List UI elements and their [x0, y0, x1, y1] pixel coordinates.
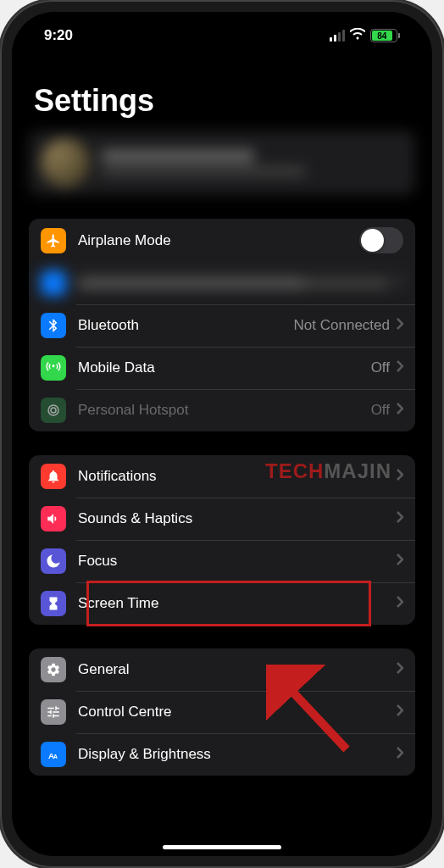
- hourglass-icon: [41, 591, 66, 616]
- mobile-data-value: Off: [371, 359, 390, 376]
- airplane-icon: [41, 228, 66, 253]
- focus-row[interactable]: Focus: [29, 540, 415, 582]
- wifi-row-redacted[interactable]: [29, 262, 415, 304]
- chevron-right-icon: [397, 469, 403, 484]
- chevron-right-icon: [397, 511, 403, 526]
- focus-label: Focus: [78, 553, 397, 570]
- profile-row[interactable]: [29, 131, 415, 195]
- control-centre-label: Control Centre: [78, 704, 397, 721]
- hotspot-row[interactable]: Personal Hotspot Off: [29, 389, 415, 431]
- hotspot-value: Off: [371, 402, 390, 419]
- status-time: 9:20: [44, 27, 73, 44]
- svg-text:A: A: [53, 754, 58, 760]
- screen-time-label: Screen Time: [78, 595, 397, 612]
- wifi-label-redacted: [78, 277, 305, 289]
- bluetooth-label: Bluetooth: [78, 317, 294, 334]
- wifi-row-icon: [41, 270, 66, 296]
- chevron-right-icon: [397, 360, 403, 376]
- phone-screen: 9:20 84 Settings: [12, 12, 432, 856]
- airplane-mode-row[interactable]: Airplane Mode: [29, 219, 415, 262]
- notch: [158, 12, 286, 37]
- battery-icon: 84: [370, 29, 400, 42]
- wifi-value-redacted: [305, 278, 390, 288]
- bell-icon: [41, 464, 66, 489]
- control-centre-row[interactable]: Control Centre: [29, 691, 415, 733]
- mobile-data-row[interactable]: Mobile Data Off: [29, 347, 415, 389]
- chevron-right-icon: [397, 403, 403, 418]
- status-right: 84: [330, 27, 400, 44]
- profile-name-redacted: [102, 150, 254, 162]
- general-section: General Control Centre AA Display & Brig…: [29, 648, 415, 776]
- chevron-right-icon: [397, 275, 403, 291]
- mobile-data-label: Mobile Data: [78, 359, 371, 376]
- home-indicator[interactable]: [163, 845, 281, 849]
- chevron-right-icon: [397, 662, 403, 677]
- display-row[interactable]: AA Display & Brightness: [29, 733, 415, 776]
- profile-subtitle-redacted: [102, 167, 305, 175]
- antenna-icon: [41, 355, 66, 381]
- cellular-signal-icon: [330, 30, 345, 42]
- moon-icon: [41, 548, 66, 574]
- notifications-label: Notifications: [78, 468, 397, 485]
- notifications-section: Notifications Sounds & Haptics Focus: [29, 455, 415, 625]
- general-label: General: [78, 661, 397, 678]
- bluetooth-value: Not Connected: [294, 317, 390, 334]
- sounds-label: Sounds & Haptics: [78, 510, 397, 527]
- sounds-row[interactable]: Sounds & Haptics: [29, 498, 415, 540]
- chevron-right-icon: [397, 747, 403, 762]
- wifi-icon: [350, 27, 365, 44]
- chevron-right-icon: [397, 554, 403, 569]
- bluetooth-icon: [41, 313, 66, 338]
- phone-frame: 9:20 84 Settings: [0, 0, 444, 868]
- airplane-label: Airplane Mode: [78, 232, 359, 249]
- screen-time-row[interactable]: Screen Time: [29, 582, 415, 625]
- battery-percentage: 84: [372, 31, 392, 41]
- text-size-icon: AA: [41, 742, 66, 767]
- speaker-icon: [41, 506, 66, 531]
- connectivity-section: Airplane Mode Bluetooth Not Co: [29, 219, 415, 431]
- notifications-row[interactable]: Notifications: [29, 455, 415, 498]
- chevron-right-icon: [397, 318, 403, 333]
- general-row[interactable]: General: [29, 648, 415, 691]
- airplane-toggle[interactable]: [359, 227, 403, 253]
- hotspot-icon: [41, 398, 66, 423]
- display-label: Display & Brightness: [78, 746, 397, 763]
- sliders-icon: [41, 699, 66, 725]
- gear-icon: [41, 657, 66, 682]
- avatar: [41, 138, 90, 187]
- chevron-right-icon: [397, 704, 403, 720]
- settings-content[interactable]: Settings Airplane Mode: [12, 51, 432, 844]
- hotspot-label: Personal Hotspot: [78, 402, 371, 419]
- chevron-right-icon: [397, 596, 403, 611]
- bluetooth-row[interactable]: Bluetooth Not Connected: [29, 304, 415, 347]
- page-title: Settings: [29, 51, 415, 131]
